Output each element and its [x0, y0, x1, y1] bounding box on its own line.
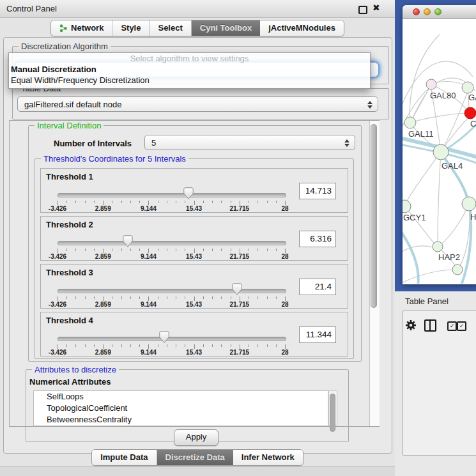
bottom-tab-bar: Impute DataDiscretize DataInfer Network — [0, 449, 395, 466]
select-columns-icon[interactable]: ✓ — [447, 321, 457, 331]
tab-infer-network[interactable]: Infer Network — [233, 450, 303, 465]
network-edge[interactable] — [410, 35, 440, 123]
numerical-attributes-list[interactable]: SelfLoopsTopologicalCoefficientBetweenne… — [33, 390, 328, 426]
dropdown-option-manual[interactable]: Manual Discretization — [9, 64, 370, 75]
select-all-icon[interactable]: ✓ — [457, 321, 466, 331]
network-edge[interactable] — [413, 84, 431, 118]
table-panel-section: Table Panel ✓ ✓ shared... na YDL19...YDL… — [395, 291, 476, 476]
tick-label: -3.426 — [38, 301, 77, 308]
table-data-value: galFiltered.sif default node — [24, 100, 121, 109]
slider-thumb[interactable] — [159, 331, 169, 344]
tab-network[interactable]: Network — [51, 20, 112, 36]
close-traffic-light-icon[interactable] — [413, 8, 420, 15]
tick-mark — [130, 201, 131, 203]
network-edge[interactable] — [404, 206, 434, 243]
network-canvas[interactable]: GAL80GACGAL11GAL4GCY1HHAP2 — [403, 19, 476, 284]
split-view-icon[interactable] — [424, 319, 436, 332]
network-node-c[interactable] — [464, 107, 476, 119]
table-data-combobox[interactable]: galFiltered.sif default node — [17, 96, 378, 112]
network-node-gal11[interactable] — [404, 117, 416, 128]
dropdown-option-equal-width[interactable]: Equal Width/Frequency Discretization — [9, 75, 370, 86]
slider-track[interactable] — [58, 337, 286, 341]
network-edge[interactable] — [406, 152, 441, 202]
tick-mark — [158, 344, 158, 347]
apply-button[interactable]: Apply — [174, 429, 219, 446]
network-node-gal4[interactable] — [433, 144, 449, 160]
tick-mark — [185, 296, 185, 299]
network-node-label: HAP2 — [438, 252, 460, 262]
slider-thumb[interactable] — [123, 235, 133, 248]
attribute-list-item[interactable]: BetweennessCentrality — [34, 414, 328, 426]
tick-mark — [94, 249, 95, 251]
tick-mark — [66, 344, 67, 347]
tab-style[interactable]: Style — [112, 20, 150, 36]
attributes-list-scrollbar-thumb[interactable] — [330, 394, 335, 432]
vertical-scrollbar-thumb[interactable] — [371, 124, 377, 308]
threshold-value-field[interactable]: 21.4 — [299, 279, 336, 295]
slider-track[interactable] — [58, 193, 286, 197]
tick-mark — [130, 344, 131, 347]
threshold-value-field[interactable]: 14.713 — [299, 183, 336, 199]
tick-mark — [267, 344, 268, 347]
network-node-h[interactable] — [462, 197, 476, 211]
float-window-icon[interactable] — [358, 6, 367, 14]
num-intervals-combobox[interactable]: 5 — [144, 135, 355, 150]
network-view-window[interactable]: GAL80GACGAL11GAL4GCY1HHAP2 — [403, 5, 476, 284]
tick-mark — [249, 201, 249, 203]
table-toolbar: ✓ ✓ — [403, 319, 476, 340]
network-edge-thick[interactable] — [403, 230, 418, 284]
tick-mark — [148, 344, 149, 349]
tick-label: 9.144 — [129, 301, 167, 308]
tick-mark — [194, 201, 195, 205]
tick-mark — [276, 249, 277, 251]
tick-mark — [185, 201, 185, 203]
tab-impute-data[interactable]: Impute Data — [92, 450, 157, 465]
gear-icon[interactable] — [405, 319, 417, 331]
tick-label: 21.715 — [220, 349, 259, 356]
tick-mark — [257, 296, 258, 299]
tick-mark — [203, 201, 204, 203]
attribute-list-item[interactable]: TopologicalCoefficient — [34, 403, 328, 414]
slider-track[interactable] — [58, 241, 286, 245]
tick-label: 9.144 — [129, 253, 167, 260]
network-node[interactable] — [452, 265, 463, 275]
control-panel: Control Panel ✖ NetworkStyleSelectCyni T… — [0, 0, 395, 476]
tick-mark — [285, 249, 286, 253]
network-node-gal80[interactable] — [426, 79, 436, 89]
close-icon[interactable]: ✖ — [372, 3, 380, 13]
network-edge[interactable] — [438, 152, 441, 242]
tick-mark — [185, 344, 185, 347]
threshold-value-field[interactable]: 6.316 — [299, 231, 336, 247]
tick-mark — [276, 344, 277, 347]
tab-label: Cyni Toolbox — [200, 20, 252, 36]
slider-thumb[interactable] — [183, 187, 194, 200]
tick-mark — [212, 296, 213, 299]
attribute-list-item[interactable]: SelfLoops — [34, 391, 328, 403]
tab-cyni-toolbox[interactable]: Cyni Toolbox — [192, 20, 260, 36]
network-window-titlebar[interactable] — [403, 5, 476, 19]
thresholds-group: Threshold's Coordinates for 5 Intervals … — [35, 158, 354, 359]
tab-select[interactable]: Select — [150, 20, 191, 36]
network-node-gcy1[interactable] — [403, 200, 411, 213]
tick-mark — [130, 249, 131, 251]
tick-mark — [75, 201, 76, 203]
tab-label: Network — [71, 20, 104, 36]
tab-jactivemnodules[interactable]: jActiveMNodules — [260, 20, 344, 36]
group-title-thresholds: Threshold's Coordinates for 5 Intervals — [41, 154, 188, 164]
threshold-value-field[interactable]: 11.344 — [299, 326, 336, 343]
combo-stepper-icon — [344, 138, 349, 148]
minimize-traffic-light-icon[interactable] — [424, 8, 431, 15]
zoom-traffic-light-icon[interactable] — [434, 8, 441, 15]
network-edge[interactable] — [403, 270, 453, 284]
slider-thumb[interactable] — [232, 283, 242, 296]
network-node-hap2[interactable] — [433, 242, 443, 252]
network-node-label: H — [470, 212, 476, 222]
tick-label: 28 — [266, 349, 304, 356]
tab-discretize-data[interactable]: Discretize Data — [157, 450, 233, 465]
tick-mark — [112, 344, 112, 347]
dropdown-hint-option[interactable]: Select algorithm to view settings — [9, 53, 370, 64]
slider-track[interactable] — [58, 289, 286, 293]
tick-mark — [167, 201, 167, 203]
network-edge[interactable] — [403, 246, 433, 253]
network-node-ga[interactable] — [462, 82, 473, 93]
